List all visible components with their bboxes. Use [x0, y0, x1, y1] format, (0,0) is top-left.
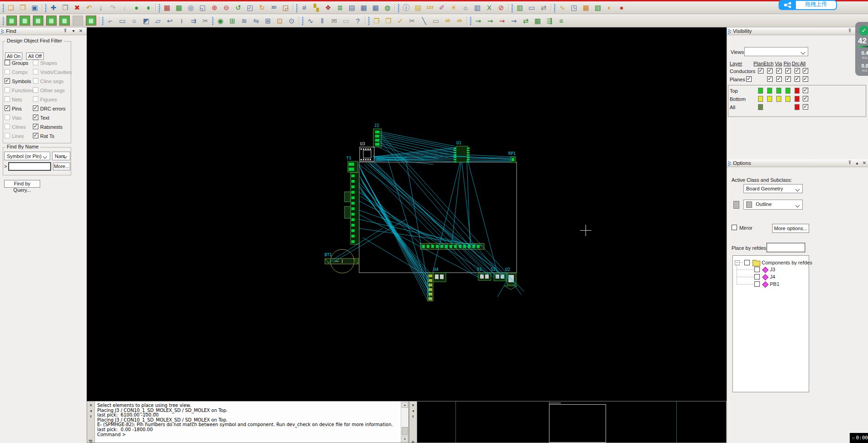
mail-report-icon[interactable]: ✉	[328, 15, 340, 26]
shape-rect-icon[interactable]: ▭	[116, 15, 128, 26]
filter-shapes-checkbox[interactable]	[33, 60, 38, 65]
mirror-checkbox[interactable]	[732, 225, 737, 230]
toolbar-grip[interactable]	[295, 2, 298, 13]
check-module-icon[interactable]: ✓	[394, 15, 406, 26]
column-header-via[interactable]: Via	[775, 61, 782, 66]
properties-icon[interactable]: ▤	[412, 2, 424, 13]
subclass-select[interactable]: Outline	[743, 200, 803, 210]
device-chip-icon[interactable]: ▭	[526, 2, 538, 13]
shape-check-icon[interactable]: ▧	[592, 2, 604, 13]
tree-item-checkbox-j4[interactable]	[754, 274, 760, 280]
more-options-button[interactable]: More options...	[772, 224, 809, 233]
scrollbar-thumb[interactable]	[402, 427, 408, 435]
lib-module-icon[interactable]: ❒	[382, 15, 394, 26]
filter-drc-errors-checkbox[interactable]	[33, 105, 38, 111]
toolbar-grip[interactable]	[553, 2, 556, 13]
filter-clines-checkbox[interactable]	[5, 124, 10, 129]
connect-cable-icon[interactable]: ⇄	[538, 2, 549, 13]
network-monitor-widget[interactable]: ✓ 42 ↑ 0.4K/s ↓ 0.0K/s	[855, 22, 868, 76]
all-color-chip[interactable]	[795, 104, 800, 110]
no-pick-icon[interactable]: ⊘	[495, 2, 507, 13]
highlight-icon[interactable]: ☀	[448, 2, 460, 13]
tree-root-label[interactable]: Components by refdes	[762, 260, 812, 265]
bottom-visible-checkbox[interactable]	[803, 96, 808, 101]
filter-vias-checkbox[interactable]	[5, 115, 10, 120]
column-header-all[interactable]: All	[800, 61, 805, 66]
new-module-icon[interactable]: ❒	[371, 15, 382, 26]
place-by-refdes-input[interactable]	[767, 243, 805, 252]
cm-manager-icon[interactable]: ▦	[358, 2, 370, 13]
pin-swap-icon[interactable]: ⊞	[226, 15, 238, 26]
planes-lead-checkbox[interactable]	[746, 76, 752, 82]
color-dialog-icon[interactable]: ❖	[322, 2, 334, 13]
pin-icon[interactable]: Ŧ	[62, 28, 68, 34]
planes-pin-checkbox[interactable]	[785, 76, 791, 82]
color-swatches-icon[interactable]: ▚	[310, 2, 322, 13]
bottom-color-chip[interactable]	[795, 96, 800, 102]
panel-grip-icon[interactable]	[1, 29, 2, 30]
rats-nets-icon[interactable]: ▩	[33, 16, 43, 26]
snap-grid-icon[interactable]: ⊞	[262, 15, 274, 26]
views-select[interactable]	[744, 47, 808, 56]
return-path-icon[interactable]: ↩	[164, 15, 176, 26]
options-panel-header[interactable]: Options Ŧ ▴ ✕	[727, 159, 868, 167]
find-name-input[interactable]	[8, 162, 51, 171]
conductors-plan-checkbox[interactable]	[758, 68, 763, 74]
filter-pins-checkbox[interactable]	[5, 105, 10, 111]
unrats-all-icon[interactable]: ▩	[46, 16, 57, 26]
find-balloon-icon[interactable]: ●	[131, 2, 142, 13]
tree-root-checkbox[interactable]	[744, 260, 750, 265]
draw-rect-icon[interactable]: ▭	[430, 15, 442, 26]
bottom-color-chip[interactable]	[776, 96, 781, 102]
all-color-chip[interactable]	[758, 104, 763, 110]
repeat-icon[interactable]: ↓	[119, 2, 131, 13]
placeholder-icon[interactable]	[73, 16, 83, 26]
find-by-query-button[interactable]: Find by Query...	[4, 180, 40, 188]
tree-item-label-pb1[interactable]: PB1	[770, 281, 779, 287]
pin-icon[interactable]: Ŧ	[847, 28, 853, 34]
add-connect-icon[interactable]: ⌐	[105, 15, 116, 26]
zoom-out-icon[interactable]: ⊖	[220, 2, 232, 13]
scroll-up-icon[interactable]: ▲	[402, 402, 408, 408]
zoom-points-icon[interactable]: ◎	[185, 2, 197, 13]
shape-circle-icon[interactable]: ○	[128, 15, 140, 26]
text-find-icon[interactable]: ab	[442, 15, 454, 26]
signal-probe-icon[interactable]: ∿	[304, 15, 316, 26]
command-console[interactable]: ✕ ◂ Ŧ Command Select elements to place u…	[87, 401, 409, 443]
find-type-select[interactable]: Symbol (or Pin)	[4, 152, 50, 160]
rats-components-icon[interactable]: ▩	[20, 16, 30, 26]
route-fanout-icon[interactable]: ⇝	[472, 15, 484, 26]
script-record-icon[interactable]: ●	[616, 2, 627, 13]
zoom-in-icon[interactable]: ⊕	[209, 2, 220, 13]
bottom-color-chip[interactable]	[785, 96, 790, 102]
top-visible-checkbox[interactable]	[803, 88, 808, 93]
constraint-table-icon[interactable]: ▦	[580, 2, 592, 13]
collapse-icon[interactable]: ◂	[410, 408, 416, 413]
slide-icon[interactable]: ≀	[176, 15, 188, 26]
hourglass-icon[interactable]: X	[483, 2, 495, 13]
status-icon[interactable]: ◐	[604, 2, 616, 13]
bottom-color-chip[interactable]	[767, 96, 772, 102]
drc-report-icon[interactable]: ◳	[568, 2, 580, 13]
toolbar-grip[interactable]	[511, 2, 514, 13]
route-tree-icon[interactable]: ⇶	[544, 15, 555, 26]
filter-ratsnests-checkbox[interactable]	[33, 124, 38, 129]
filter-groups-checkbox[interactable]	[5, 60, 10, 65]
find-panel-header[interactable]: Find Ŧ ▾ ✕	[0, 27, 87, 35]
filter-text-checkbox[interactable]	[33, 115, 38, 120]
top-color-chip[interactable]	[795, 88, 800, 94]
frame-select-icon[interactable]: ▭	[340, 15, 352, 26]
top-color-chip[interactable]	[776, 88, 781, 94]
waive-drc-icon[interactable]: ▥	[471, 2, 483, 13]
toolbar-grip[interactable]	[211, 15, 214, 26]
all-off-button[interactable]: All Off	[26, 53, 44, 60]
worldview-tab-label[interactable]: WorldView	[410, 441, 415, 443]
zoom-previous-icon[interactable]: ↺	[232, 2, 244, 13]
route-matrix-icon[interactable]: ▦	[532, 15, 544, 26]
copy-icon[interactable]: ❒	[59, 2, 71, 13]
more-button[interactable]: More...	[53, 163, 70, 170]
move-icon[interactable]: ✚	[47, 2, 59, 13]
dehighlight-icon[interactable]: ☼	[460, 2, 471, 13]
planes-etch-checkbox[interactable]	[767, 76, 773, 82]
tree-item-checkbox-pb1[interactable]	[754, 281, 760, 287]
